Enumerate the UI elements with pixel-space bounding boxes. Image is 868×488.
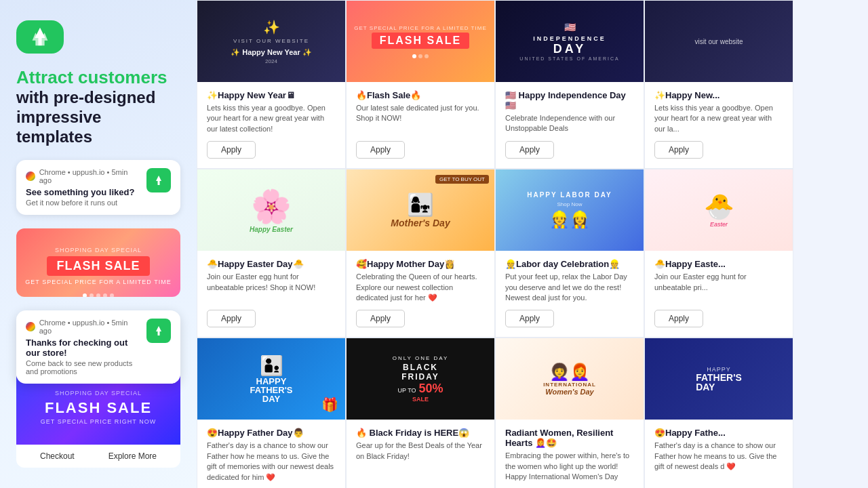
template-body-new-year: ✨Happy New Year🖥 Lets kiss this year a g… [197, 82, 345, 168]
flash-sale-badge-1: FLASH SALE [47, 256, 149, 276]
notif2-source: Chrome • uppush.io • 5min ago [39, 319, 140, 335]
template-desc-independence-day: Celebrate Independence with our Unstoppa… [505, 113, 634, 134]
apply-button-easter[interactable]: Apply [207, 310, 256, 327]
template-desc-new-year: Lets kiss this year a goodbye. Open your… [207, 103, 336, 134]
template-body-fathers-day2: 😍Happy Fathe... Father's day is a chance… [645, 420, 793, 488]
template-desc-easter2: Join our Easter egg hunt for unbeatable … [654, 272, 783, 293]
template-body-labor-day: 👷Labor day Celebration👷 Put your feet up… [496, 251, 644, 337]
notif1-title: See something you liked? [26, 187, 140, 197]
headline-green: Attract customers [16, 67, 180, 88]
template-card-black-friday: ONLY ONE DAY BLACK FRIDAY UP TO 50% SALE… [346, 338, 495, 488]
template-title-flash-sale: 🔥Flash Sale🔥 [356, 90, 485, 100]
apply-button-independence-day[interactable]: Apply [505, 141, 554, 159]
flash-subtitle-2: GET SPECIAL PRICE RIGHT NOW [41, 418, 156, 425]
dot-1 [83, 293, 87, 297]
template-img-mothers-day: GET TO BUY OUT 👩‍👧 Mother's Day [347, 169, 494, 251]
template-title-easter2: 🐣Happy Easte... [654, 259, 783, 269]
notif1-icon [146, 168, 171, 192]
flash-preview-1: SHOPPING DAY SPECIAL FLASH SALE GET SPEC… [16, 228, 180, 297]
template-card-independence-day: 🇺🇸 INDEPENDENCE DAY UNITED STATES OF AME… [495, 0, 644, 169]
notif2-title: Thanks for checking out our store! [26, 338, 140, 358]
flash-img-1: SHOPPING DAY SPECIAL FLASH SALE GET SPEC… [16, 228, 180, 297]
headline: Attract customers with pre-designed impr… [16, 67, 180, 147]
notification-card-1: Chrome • uppush.io • 5min ago See someth… [16, 160, 180, 215]
dots-row-1 [83, 293, 114, 297]
template-card-new-year: ✨ visit our website ✨ Happy New Year ✨ 2… [197, 0, 346, 169]
chrome-icon-1 [26, 171, 35, 181]
apply-button-new-year[interactable]: Apply [207, 141, 256, 159]
template-card-fathers-day: 👨‍👦 HAPPYFATHER'SDAY 🎁 😍Happy Father Day… [197, 338, 346, 488]
template-title-fathers-day: 😍Happy Father Day👨 [207, 428, 336, 438]
apply-button-labor-day[interactable]: Apply [505, 310, 554, 327]
dot-5 [110, 293, 114, 297]
notif2-icon [146, 319, 171, 343]
template-card-womens-day: 👩‍🦱👩‍🦰 INTERNATIONAL Women's Day Radiant… [495, 338, 644, 488]
notification-card-2: Chrome • uppush.io • 5min ago Thanks for… [16, 310, 180, 384]
apply-button-happy-new-partial[interactable]: Apply [654, 141, 703, 159]
flash-sale-badge-2: FLASH SALE [45, 399, 152, 417]
left-panel: Attract customers with pre-designed impr… [0, 0, 197, 488]
template-card-easter: 🌸 Happy Easter 🐣Happy Easter Day🐣 Join o… [197, 169, 346, 338]
headline-dark: with pre-designed impressive templates [16, 88, 180, 146]
template-desc-flash-sale: Our latest sale dedicated just for you. … [356, 103, 485, 124]
apply-button-easter2[interactable]: Apply [654, 310, 703, 327]
template-body-easter: 🐣Happy Easter Day🐣 Join our Easter egg h… [197, 251, 345, 337]
template-desc-womens-day: Embracing the power within, here's to th… [505, 451, 634, 482]
dot-4 [103, 293, 107, 297]
notif1-source: Chrome • uppush.io • 5min ago [39, 168, 140, 184]
template-img-easter2: 🐣 Easter [645, 169, 793, 251]
template-body-womens-day: Radiant Women, Resilient Hearts 👩‍🦰🤩 Emb… [496, 420, 644, 488]
template-body-easter2: 🐣Happy Easte... Join our Easter egg hunt… [645, 251, 793, 337]
notif2-stack: Chrome • uppush.io • 5min ago Thanks for… [16, 310, 180, 468]
flash-shopping-label-2: SHOPPING DAY SPECIAL [55, 390, 142, 396]
flash-actions-2: Checkout Explore More [16, 445, 180, 468]
template-body-black-friday: 🔥 Black Friday is HERE😱 Gear up for the … [347, 420, 494, 488]
template-title-mothers-day: 🥰Happy Mother Day👸 [356, 259, 485, 269]
apply-button-flash-sale[interactable]: Apply [356, 141, 405, 159]
template-title-easter: 🐣Happy Easter Day🐣 [207, 259, 336, 269]
flash-explore-2[interactable]: Explore More [108, 451, 157, 461]
template-title-labor-day: 👷Labor day Celebration👷 [505, 259, 634, 269]
template-desc-black-friday: Gear up for the Best Deals of the Year o… [356, 441, 485, 462]
template-desc-mothers-day: Celebrating the Queen of our hearts. Exp… [356, 272, 485, 303]
flash-shopping-label: SHOPPING DAY SPECIAL [55, 247, 142, 253]
right-panel: ✨ visit our website ✨ Happy New Year ✨ 2… [197, 0, 868, 488]
notif2-body: Come back to see new products and promot… [26, 359, 140, 375]
template-desc-fathers-day: Father's day is a chance to show our Fat… [207, 441, 336, 483]
template-body-happy-new-partial: ✨Happy New... Lets kiss this year a good… [645, 82, 793, 168]
template-img-new-year: ✨ visit our website ✨ Happy New Year ✨ 2… [197, 1, 345, 82]
template-title-independence-day: 🇺🇸 Happy Independence Day 🇺🇸 [505, 90, 634, 110]
template-card-flash-sale: GET SPECIAL PRICE FOR A LIMITED TIME FLA… [346, 0, 495, 169]
logo [16, 20, 64, 54]
template-card-mothers-day: GET TO BUY OUT 👩‍👧 Mother's Day 🥰Happy M… [346, 169, 495, 338]
dot-3 [96, 293, 100, 297]
template-card-fathers-day2: HAPPY FATHER'SDAY 😍Happy Fathe... Father… [644, 338, 793, 488]
apply-button-mothers-day[interactable]: Apply [356, 310, 405, 327]
notif2-content: Chrome • uppush.io • 5min ago Thanks for… [26, 319, 140, 375]
template-body-mothers-day: 🥰Happy Mother Day👸 Celebrating the Queen… [347, 251, 494, 337]
template-body-flash-sale: 🔥Flash Sale🔥 Our latest sale dedicated j… [347, 82, 494, 168]
flash-checkout-2[interactable]: Checkout [40, 451, 75, 461]
template-img-easter: 🌸 Happy Easter [197, 169, 345, 251]
template-desc-labor-day: Put your feet up, relax the Labor Day yo… [505, 272, 634, 303]
template-desc-easter: Join our Easter egg hunt for unbeatable … [207, 272, 336, 293]
template-desc-fathers-day2: Father's day is a chance to show our Fat… [654, 441, 783, 472]
template-title-happy-new-partial: ✨Happy New... [654, 90, 783, 100]
template-title-womens-day: Radiant Women, Resilient Hearts 👩‍🦰🤩 [505, 428, 634, 448]
template-img-womens-day: 👩‍🦱👩‍🦰 INTERNATIONAL Women's Day [496, 338, 644, 420]
template-desc-happy-new-partial: Lets kiss this year a goodbye. Open your… [654, 103, 783, 134]
chrome-icon-2 [26, 322, 35, 331]
template-img-black-friday: ONLY ONE DAY BLACK FRIDAY UP TO 50% SALE [347, 338, 494, 420]
template-title-new-year: ✨Happy New Year🖥 [207, 90, 336, 100]
flash-subtitle-1: GET SPECIAL PRICE FOR A LIMITED TIME [25, 279, 171, 285]
dot-2 [90, 293, 94, 297]
template-img-flash-sale: GET SPECIAL PRICE FOR A LIMITED TIME FLA… [347, 1, 494, 82]
template-body-independence-day: 🇺🇸 Happy Independence Day 🇺🇸 Celebrate I… [496, 82, 644, 168]
template-card-easter2: 🐣 Easter 🐣Happy Easte... Join our Easter… [644, 169, 793, 338]
template-img-happy-new-partial: visit our website [645, 1, 793, 82]
template-body-fathers-day: 😍Happy Father Day👨 Father's day is a cha… [197, 420, 345, 488]
notif2-header: Chrome • uppush.io • 5min ago [26, 319, 140, 335]
notif1-body: Get it now before it runs out [26, 199, 140, 207]
template-img-independence-day: 🇺🇸 INDEPENDENCE DAY UNITED STATES OF AME… [496, 1, 644, 82]
template-title-black-friday: 🔥 Black Friday is HERE😱 [356, 428, 485, 438]
